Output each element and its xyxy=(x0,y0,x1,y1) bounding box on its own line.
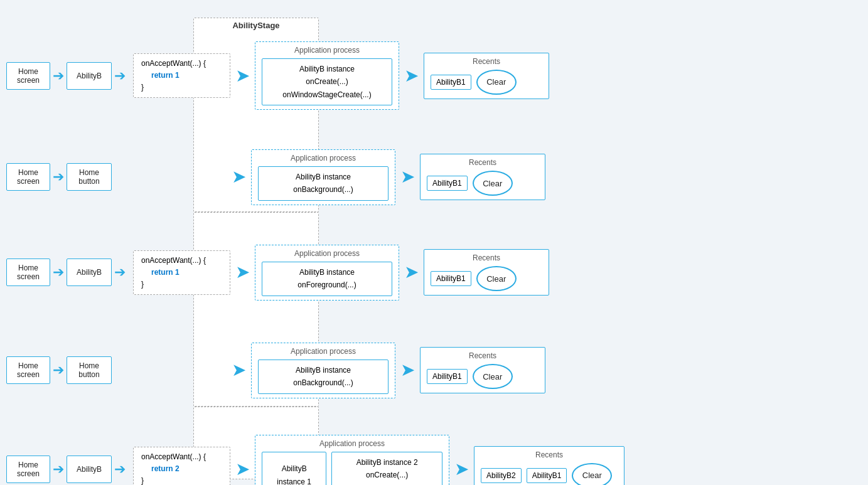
ability-b-box-3: AbilityB xyxy=(67,258,112,286)
app-process-inner-5b: AbilityB instance 2onCreate(...)onWindow… xyxy=(331,452,442,485)
home-button-box-1: Home button xyxy=(67,163,112,191)
recents-title-5: Recents xyxy=(481,450,618,459)
clear-oval-3[interactable]: Clear xyxy=(476,266,517,291)
recents-item-5b: AbilityB1 xyxy=(527,468,567,483)
row-5: Home screen ➔ AbilityB ➔ onAcceptWant(..… xyxy=(6,435,624,485)
recents-title-4: Recents xyxy=(427,351,538,360)
recents-inner-5: AbilityB2 AbilityB1 Clear xyxy=(481,463,618,485)
app-process-inner-4: AbilityB instanceonBackground(...) xyxy=(258,360,388,394)
ability-b-box-1: AbilityB xyxy=(67,62,112,90)
home-button-box-2: Home button xyxy=(67,356,112,384)
recents-box-2: Recents AbilityB1 Clear xyxy=(420,154,545,200)
recents-inner-3: AbilityB1 Clear xyxy=(431,266,542,291)
recents-title-1: Recents xyxy=(431,57,542,66)
app-process-title-5: Application process xyxy=(262,439,442,448)
row-1: Home screen ➔ AbilityB ➔ onAcceptWant(..… xyxy=(6,41,549,110)
recents-item-3a: AbilityB1 xyxy=(431,271,471,286)
code-line-5b: return 2 xyxy=(151,463,222,475)
arrow-3d: ➤ xyxy=(404,264,419,281)
recents-inner-2: AbilityB1 Clear xyxy=(427,171,538,196)
code-line-1: onAcceptWant(...) { xyxy=(141,58,222,70)
arrow-1d: ➤ xyxy=(404,67,419,85)
recents-box-1: Recents AbilityB1 Clear xyxy=(424,53,549,99)
recents-title-3: Recents xyxy=(431,253,542,262)
home-screen-box-5: Home screen xyxy=(6,456,50,483)
arrow-1a: ➔ xyxy=(53,69,64,83)
code-line-3c: } xyxy=(141,279,222,290)
arrow-5b: ➔ xyxy=(114,462,126,476)
app-process-box-5: Application process AbilityB instance 1 … xyxy=(255,435,449,485)
code-line-3b: return 1 xyxy=(151,267,222,279)
code-line-3a: onAcceptWant(...) { xyxy=(141,255,222,267)
recents-box-4: Recents AbilityB1 Clear xyxy=(420,347,545,393)
recents-item-4a: AbilityB1 xyxy=(427,369,468,384)
code-line-3: } xyxy=(141,82,222,93)
code-line-5a: onAcceptWant(...) { xyxy=(141,451,222,463)
arrow-3b: ➔ xyxy=(114,265,126,279)
ability-stage-title-1: AbilityStage xyxy=(194,21,318,30)
clear-oval-4[interactable]: Clear xyxy=(473,364,513,389)
app-process-box-2: Application process AbilityB instanceonB… xyxy=(251,149,395,205)
arrow-1c: ➤ xyxy=(235,67,250,85)
diagram: AbilityStage Home screen ➔ AbilityB ➔ on… xyxy=(0,0,868,485)
clear-oval-1[interactable]: Clear xyxy=(476,70,517,95)
recents-box-5: Recents AbilityB2 AbilityB1 Clear xyxy=(474,446,624,485)
app-process-inner-5a: AbilityB instance 1 xyxy=(262,452,326,485)
arrow-2a: ➔ xyxy=(53,170,64,184)
arrow-5c: ➤ xyxy=(235,461,250,478)
home-screen-box-4: Home screen xyxy=(6,356,50,384)
recents-title-2: Recents xyxy=(427,158,538,167)
arrow-4a: ➔ xyxy=(53,363,64,377)
recents-item-1a: AbilityB1 xyxy=(431,75,471,90)
arrow-4d: ➤ xyxy=(400,361,415,379)
arrow-1b: ➔ xyxy=(114,69,126,83)
arrow-2d: ➤ xyxy=(400,168,415,186)
row-3: Home screen ➔ AbilityB ➔ onAcceptWant(..… xyxy=(6,245,549,301)
recents-item-2a: AbilityB1 xyxy=(427,176,468,191)
recents-inner-4: AbilityB1 Clear xyxy=(427,364,538,389)
arrow-5d: ➤ xyxy=(454,461,469,478)
arrow-2c: ➤ xyxy=(232,168,246,186)
app-process-title-2: Application process xyxy=(258,154,388,163)
recents-box-3: Recents AbilityB1 Clear xyxy=(424,249,549,296)
code-line-5c: } xyxy=(141,475,222,485)
app-process-title-1: Application process xyxy=(262,46,392,55)
ability-b-box-5: AbilityB xyxy=(67,456,112,483)
app-process-title-4: Application process xyxy=(258,347,388,356)
app-process-box-1: Application process AbilityB instanceonC… xyxy=(255,41,399,110)
recents-item-5a: AbilityB2 xyxy=(481,468,522,483)
row-2: Home screen ➔ Home button ➤ Application … xyxy=(6,149,545,205)
app-process-title-3: Application process xyxy=(262,249,392,258)
home-screen-box-1: Home screen xyxy=(6,62,50,90)
arrow-3c: ➤ xyxy=(235,264,250,281)
app-process-box-4: Application process AbilityB instanceonB… xyxy=(251,343,395,398)
arrow-3a: ➔ xyxy=(53,265,64,279)
home-screen-box-3: Home screen xyxy=(6,258,50,286)
code-line-2: return 1 xyxy=(151,70,222,82)
arrow-4c: ➤ xyxy=(232,361,246,379)
app-process-box-3: Application process AbilityB instanceonF… xyxy=(255,245,399,301)
clear-oval-2[interactable]: Clear xyxy=(473,171,513,196)
arrow-5a: ➔ xyxy=(53,462,64,476)
code-box-5: onAcceptWant(...) { return 2 } xyxy=(133,447,230,485)
code-box-1: onAcceptWant(...) { return 1 } xyxy=(133,53,230,99)
code-box-3: onAcceptWant(...) { return 1 } xyxy=(133,250,230,296)
row-4: Home screen ➔ Home button ➤ Application … xyxy=(6,343,545,398)
recents-inner-1: AbilityB1 Clear xyxy=(431,70,542,95)
app-process-inner-2: AbilityB instanceonBackground(...) xyxy=(258,166,388,201)
clear-oval-5[interactable]: Clear xyxy=(572,463,612,485)
app-process-inner-3: AbilityB instanceonForeground(...) xyxy=(262,262,392,296)
home-screen-box-2: Home screen xyxy=(6,163,50,191)
app-process-inner-1: AbilityB instanceonCreate(...)onWindowSt… xyxy=(262,58,392,105)
